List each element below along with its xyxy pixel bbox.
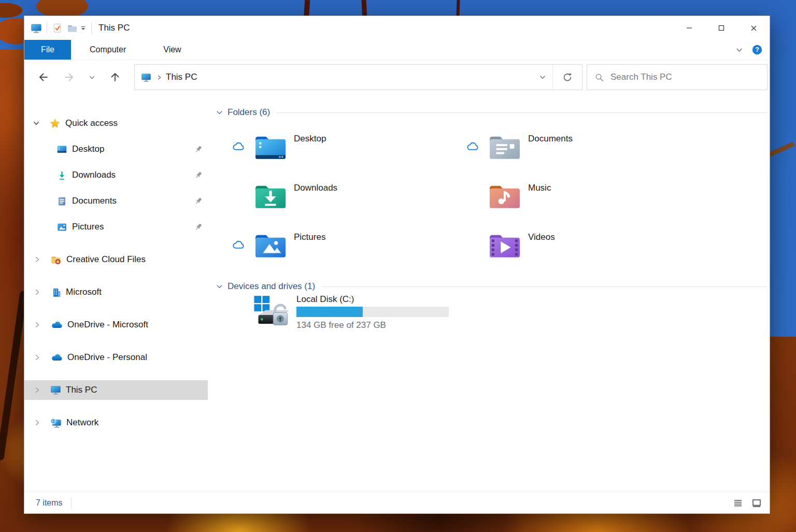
drive-tile-local-disk-c[interactable]: Local Disk (C:) 134 GB free of 237 GB — [223, 294, 770, 330]
search-box[interactable] — [587, 64, 767, 90]
cloud-status-slot — [223, 131, 253, 161]
sidebar-item-label: Quick access — [65, 118, 118, 128]
breadcrumb[interactable]: This PC — [166, 72, 197, 82]
pin-icon — [194, 197, 203, 205]
sidebar-item-onedrive-personal[interactable]: OneDrive - Personal — [24, 344, 208, 370]
wallpaper-sky-right — [770, 0, 796, 337]
folder-tile-label: Music — [528, 183, 551, 193]
tab-file[interactable]: File — [24, 40, 71, 60]
sidebar-item-network[interactable]: Network — [24, 410, 208, 436]
sidebar-item-downloads[interactable]: Downloads — [24, 162, 208, 188]
chevron-right-icon[interactable] — [33, 353, 42, 362]
items-count: 7 items — [36, 498, 63, 508]
sidebar-item-label: Desktop — [72, 144, 104, 154]
search-input[interactable] — [604, 71, 767, 83]
cloud-status-icon — [466, 141, 479, 151]
window-content: Quick access Desktop Downloads Documents… — [24, 94, 770, 492]
folder-tile-label: Documents — [528, 134, 573, 144]
close-button[interactable] — [737, 16, 770, 40]
navigation-pane: Quick access Desktop Downloads Documents… — [24, 94, 208, 492]
folders-grid: Desktop Documents Downloads Music — [223, 131, 770, 279]
sidebar-item-label: Downloads — [72, 170, 116, 180]
group-header-label: Folders (6) — [228, 107, 270, 118]
sidebar-item-label: OneDrive - Microsoft — [67, 320, 148, 330]
cloud-status-slot — [458, 180, 488, 210]
qat-checkmark-icon[interactable] — [52, 23, 63, 34]
address-dropdown-chevron-icon[interactable] — [533, 65, 552, 90]
chevron-right-icon[interactable] — [33, 385, 42, 395]
local-disk-icon — [253, 295, 292, 327]
group-header-line — [276, 112, 767, 113]
chevron-down-icon[interactable] — [32, 119, 41, 128]
navigation-bar: This PC — [24, 60, 770, 94]
chevron-right-icon[interactable] — [33, 320, 42, 329]
folder-tile-downloads[interactable]: Downloads — [223, 180, 458, 229]
help-icon[interactable] — [752, 45, 762, 55]
folder-tile-documents[interactable]: Documents — [458, 131, 692, 180]
sidebar-item-label: Microsoft — [66, 287, 102, 297]
folder-tile-videos[interactable]: Videos — [458, 229, 692, 279]
address-bar[interactable]: This PC — [134, 64, 582, 90]
chevron-right-icon[interactable] — [33, 255, 42, 264]
thumbnail-view-icon[interactable] — [750, 496, 763, 510]
documents-folder-icon — [488, 131, 522, 161]
chevron-right-icon[interactable] — [33, 287, 42, 297]
refresh-button[interactable] — [553, 65, 582, 90]
file-explorer-window: This PC File Computer View This PC — [24, 16, 770, 514]
sidebar-item-label: Documents — [72, 196, 117, 206]
expand-ribbon-chevron-icon[interactable] — [735, 46, 744, 54]
recent-locations-chevron-icon[interactable] — [88, 74, 96, 81]
up-button[interactable] — [109, 71, 121, 83]
window-controls — [673, 16, 770, 40]
sidebar-item-label: Pictures — [72, 222, 104, 232]
drive-info: Local Disk (C:) 134 GB free of 237 GB — [296, 294, 449, 330]
drive-free-space-text: 134 GB free of 237 GB — [296, 320, 449, 330]
this-pc-icon[interactable] — [31, 23, 42, 34]
group-header-folders[interactable]: Folders (6) — [216, 106, 770, 119]
chevron-right-icon[interactable] — [33, 418, 42, 427]
this-pc-icon — [50, 385, 61, 395]
group-header-devices[interactable]: Devices and drives (1) — [216, 280, 770, 293]
pictures-icon — [56, 222, 67, 233]
videos-folder-icon — [488, 229, 522, 260]
sidebar-item-quick-access[interactable]: Quick access — [24, 110, 208, 136]
folder-tile-label: Pictures — [294, 232, 325, 242]
back-button[interactable] — [37, 71, 50, 83]
forward-button[interactable] — [63, 71, 75, 83]
qat-customize-chevron-icon[interactable] — [80, 25, 87, 32]
tab-computer[interactable]: Computer — [71, 40, 145, 60]
downloads-folder-icon — [253, 180, 288, 210]
sidebar-item-onedrive-microsoft[interactable]: OneDrive - Microsoft — [24, 312, 208, 338]
drive-usage-bar — [296, 307, 449, 317]
details-view-icon[interactable] — [731, 496, 745, 510]
items-view: Folders (6) Desktop Documents Downl — [208, 94, 770, 492]
breadcrumb-chevron-icon[interactable] — [156, 74, 163, 81]
folder-tile-pictures[interactable]: Pictures — [223, 229, 458, 279]
folder-tile-label: Videos — [528, 232, 555, 242]
cloud-status-icon — [232, 141, 245, 151]
onedrive-cloud-icon — [50, 353, 63, 362]
search-icon — [594, 73, 604, 82]
sidebar-item-microsoft[interactable]: Microsoft — [24, 279, 208, 305]
maximize-button[interactable] — [705, 16, 737, 40]
network-icon — [50, 418, 62, 428]
sidebar-item-desktop[interactable]: Desktop — [24, 136, 208, 162]
sidebar-item-documents[interactable]: Documents — [24, 188, 208, 214]
downloads-icon — [56, 170, 67, 181]
cloud-status-slot — [223, 294, 253, 324]
pictures-folder-icon — [253, 229, 288, 260]
chevron-down-icon[interactable] — [216, 109, 223, 117]
chevron-down-icon[interactable] — [216, 283, 223, 291]
tab-view[interactable]: View — [145, 40, 200, 60]
wallpaper-branch — [0, 291, 27, 461]
folder-tile-desktop[interactable]: Desktop — [223, 131, 458, 180]
folder-tile-music[interactable]: Music — [458, 180, 692, 229]
sidebar-item-creative-cloud-files[interactable]: Creative Cloud Files — [24, 247, 208, 272]
nav-buttons — [24, 71, 134, 83]
sidebar-item-this-pc[interactable]: This PC — [24, 377, 208, 403]
sidebar-item-label: OneDrive - Personal — [67, 352, 147, 363]
qat-new-folder-icon[interactable] — [67, 23, 78, 33]
cloud-status-slot — [223, 180, 253, 210]
sidebar-item-pictures[interactable]: Pictures — [24, 214, 208, 240]
minimize-button[interactable] — [673, 16, 705, 40]
